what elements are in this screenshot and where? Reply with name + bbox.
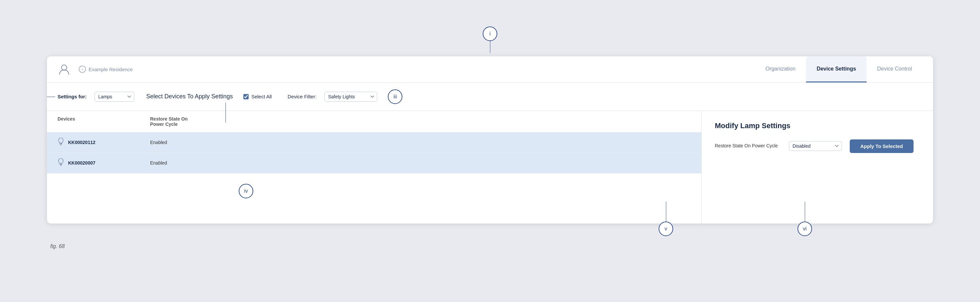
restore-state-select[interactable]: Disabled Enabled xyxy=(789,141,842,151)
device-filter-select[interactable]: Safety Lights xyxy=(325,92,377,102)
annotation-ii-dot xyxy=(55,97,55,97)
annotation-vi-line xyxy=(805,202,805,222)
annotation-iv-container: iv xyxy=(239,184,253,198)
annotation-v-container: v xyxy=(659,202,673,236)
select-all-label[interactable]: Select All xyxy=(251,94,272,99)
tab-organization[interactable]: Organization xyxy=(755,56,806,83)
col-state-header: Restore State On Power Cycle xyxy=(150,116,691,127)
annotation-i: i xyxy=(483,27,497,41)
device-state: Enabled xyxy=(150,160,691,166)
select-all-group: Select All xyxy=(243,94,272,99)
org-icon: ○ xyxy=(79,66,86,73)
tab-device-settings[interactable]: Device Settings xyxy=(806,56,867,83)
annotation-vi: vi xyxy=(797,222,812,236)
table-row[interactable]: KK00020112 Enabled xyxy=(47,133,701,153)
lamp-icon xyxy=(57,138,64,147)
modify-row: Restore State On Power Cycle Disabled En… xyxy=(715,139,920,153)
svg-point-0 xyxy=(62,65,67,70)
device-id: KK00020007 xyxy=(68,160,95,166)
annotation-i-line xyxy=(490,41,490,53)
device-state: Enabled xyxy=(150,140,691,145)
select-devices-label: Select Devices To Apply Settings xyxy=(146,93,233,100)
table-row[interactable]: KK00020007 Enabled xyxy=(47,153,701,174)
modify-panel-title: Modify Lamp Settings xyxy=(715,121,920,130)
org-name: Example Residence xyxy=(89,67,133,72)
device-info: KK00020007 xyxy=(57,158,150,168)
devices-table-header: Devices Restore State On Power Cycle xyxy=(47,111,701,133)
nav-bar: ○ Example Residence Organization Device … xyxy=(47,56,933,83)
nav-tabs: Organization Device Settings Device Cont… xyxy=(755,56,923,83)
lamp-icon xyxy=(57,158,64,168)
restore-state-label: Restore State On Power Cycle xyxy=(715,143,781,149)
annotation-vi-container: vi xyxy=(797,202,812,236)
settings-for-select[interactable]: Lamps xyxy=(95,92,134,102)
device-id: KK00020112 xyxy=(68,140,95,145)
svg-point-1 xyxy=(59,138,63,143)
settings-for-label: Settings for: xyxy=(57,94,87,99)
org-badge[interactable]: ○ Example Residence xyxy=(79,66,133,73)
device-filter-label: Device Filter: xyxy=(288,94,317,99)
devices-panel: Devices Restore State On Power Cycle KK0… xyxy=(47,111,702,224)
annotation-v: v xyxy=(659,222,673,236)
annotation-iv-line xyxy=(226,103,226,123)
toolbar-row: ii Settings for: Lamps Select Devices To… xyxy=(47,83,933,111)
modify-panel: Modify Lamp Settings Restore State On Po… xyxy=(702,111,933,224)
fig-label: fig. 68 xyxy=(47,243,933,249)
col-devices-header: Devices xyxy=(57,116,150,127)
svg-point-5 xyxy=(59,158,63,164)
user-icon[interactable] xyxy=(57,62,71,76)
select-all-checkbox[interactable] xyxy=(243,94,249,99)
annotation-iv: iv xyxy=(239,184,253,198)
apply-to-selected-button[interactable]: Apply To Selected xyxy=(850,139,913,153)
annotation-ii-line xyxy=(47,97,55,97)
device-info: KK00020112 xyxy=(57,138,150,147)
tab-device-control[interactable]: Device Control xyxy=(867,56,923,83)
annotation-v-line xyxy=(666,202,666,222)
annotation-iii: iii xyxy=(388,89,402,104)
